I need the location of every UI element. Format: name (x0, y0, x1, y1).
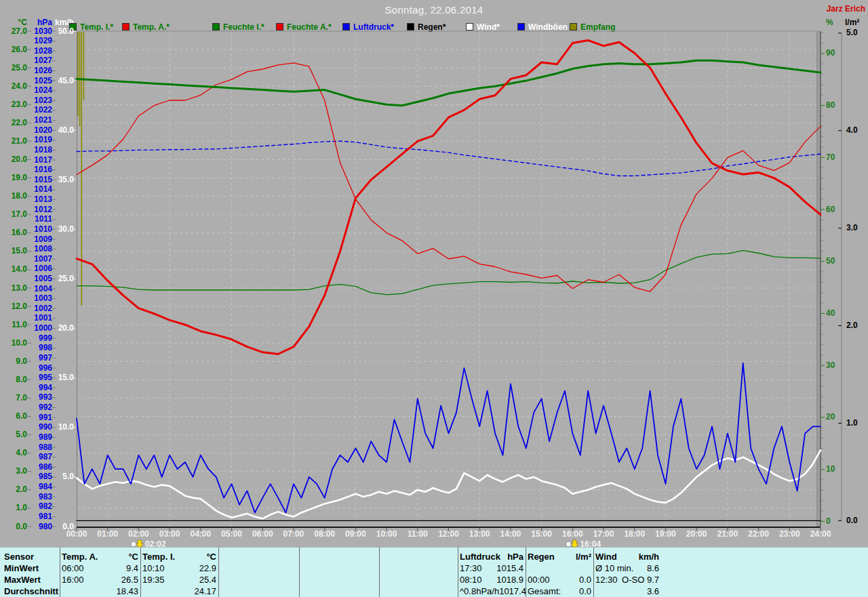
tick-label-pressure: 1017 (31, 155, 52, 165)
tick-label-temp: 15.0 (4, 246, 27, 256)
tick-label-temp: 0.0 (4, 522, 27, 532)
tick-label-time: 15:00 (528, 529, 555, 539)
tick-label-pressure: 1027 (31, 56, 52, 66)
tick-label-pressure: 1016 (31, 165, 52, 175)
tick-label-pressure: 985 (31, 472, 52, 482)
tick-label-temp: 24.0 (4, 81, 27, 91)
table-cell: hPa (507, 552, 524, 562)
tick-label-pressure: 1015 (31, 175, 52, 185)
tick-label-time: 20:00 (683, 529, 710, 539)
tick-label-temp: 21.0 (4, 136, 27, 146)
table-cell: 16:00 (62, 575, 84, 585)
tick-label-time: 09:00 (342, 529, 369, 539)
tick-label-temp: 20.0 (4, 155, 27, 165)
tick-label-pressure: 1020 (31, 125, 52, 136)
table-cell: 17:30 (460, 563, 482, 574)
tick-label-pressure: 993 (31, 392, 52, 403)
tick-label-time: 04:00 (187, 529, 214, 539)
tick-label-wind: 20.0 (55, 323, 74, 333)
tick-label-humidity: 30 (826, 361, 842, 371)
tick-label-pressure: 1009 (31, 234, 52, 245)
tick-label-pressure: 1012 (31, 205, 52, 215)
tick-label-humidity: 70 (826, 152, 842, 163)
tick-label-time: 06:00 (249, 529, 276, 539)
table-cell: 10:10 (142, 563, 165, 574)
tick-label-time: 14:00 (497, 529, 524, 539)
tick-label-pressure: 984 (31, 482, 52, 492)
tick-label-wind: 10.0 (55, 422, 74, 432)
tick-label-pressure: 1010 (31, 224, 52, 234)
tick-label-wind: 45.0 (55, 76, 74, 86)
tick-label-time: 23:00 (776, 529, 803, 539)
tick-label-pressure: 1011 (31, 214, 52, 224)
tick-label-time: 16:00 (559, 529, 586, 539)
tick-label-pressure: 994 (31, 383, 52, 393)
table-cell: °C (128, 552, 138, 562)
tick-label-pressure: 1002 (31, 304, 52, 314)
table-cell: ^0.8hPa/h (460, 586, 499, 597)
table-row-label: Sensor (4, 552, 57, 562)
tick-label-temp: 19.0 (4, 173, 27, 183)
table-cell: 00:00 (528, 575, 550, 585)
tick-label-time: 13:00 (466, 529, 493, 539)
summary-table: SensorMinWertMaxWertDurchschnittTemp. A.… (0, 548, 868, 597)
table-cell: 3.6 (647, 586, 659, 597)
tick-label-pressure: 996 (31, 363, 52, 373)
tick-label-pressure: 995 (31, 373, 52, 383)
tick-label-time: 00:00 (63, 529, 90, 539)
tick-label-pressure: 998 (31, 343, 52, 353)
tick-label-pressure: 1022 (31, 105, 52, 115)
table-cell: km/h (639, 552, 659, 562)
tick-label-temp: 10.0 (4, 338, 27, 348)
tick-label-temp: 4.0 (4, 448, 27, 458)
table-cell: 19:35 (142, 575, 165, 585)
tick-label-pressure: 992 (31, 403, 52, 413)
tick-label-temp: 17.0 (4, 209, 27, 220)
tick-label-time: 07:00 (280, 529, 307, 539)
tick-label-temp: 22.0 (4, 118, 27, 128)
tick-label-pressure: 989 (31, 432, 52, 442)
table-cell: 1017.4 (499, 586, 526, 597)
tick-label-temp: 23.0 (4, 100, 27, 110)
tick-label-temp: 25.0 (4, 63, 27, 73)
table-col-temp-a: Temp. A.°C06:009.416:0026.518.43 (60, 548, 140, 597)
table-cell: Ø 10 min. (595, 563, 633, 574)
tick-label-wind: 5.0 (55, 472, 74, 482)
tick-label-pressure: 987 (31, 452, 52, 462)
tick-label-pressure: 1021 (31, 115, 52, 125)
tick-label-pressure: 983 (31, 492, 52, 502)
tick-label-time: 01:00 (94, 529, 121, 539)
weather-app-window: Sonntag, 22.06.2014 Jarz Erich °C hPa km… (0, 0, 868, 597)
table-cell: 8.6 (647, 563, 659, 574)
tick-label-time: 12:00 (435, 529, 462, 539)
tick-label-temp: 1.0 (4, 503, 27, 513)
tick-label-pressure: 986 (31, 462, 52, 472)
tick-label-rain: 2.0 (846, 321, 867, 331)
table-cell: 0.0 (579, 586, 591, 597)
tick-label-pressure: 1008 (31, 244, 52, 254)
table-cell: °C (206, 552, 216, 562)
table-row-label: Durchschnitt (4, 586, 57, 597)
tick-label-temp: 3.0 (4, 466, 27, 476)
tick-label-pressure: 1006 (31, 264, 52, 274)
tick-label-pressure: 1030 (31, 26, 52, 37)
tick-label-temp: 5.0 (4, 430, 27, 440)
tick-label-pressure: 1003 (31, 293, 52, 304)
table-cell: O-SO 9.7 (622, 575, 659, 585)
tick-label-pressure: 980 (31, 522, 52, 532)
plot-area[interactable] (77, 31, 821, 527)
tick-label-pressure: 999 (31, 333, 52, 344)
table-row-label: MaxWert (4, 575, 57, 585)
tick-label-time: 17:00 (590, 529, 617, 539)
table-col-empty-1 (218, 548, 299, 597)
tick-label-wind: 15.0 (55, 373, 74, 383)
tick-label-pressure: 1026 (31, 66, 52, 76)
table-cell: 12:30 (595, 575, 618, 585)
tick-label-rain: 1.0 (846, 418, 867, 428)
tick-label-temp: 16.0 (4, 228, 27, 238)
tick-label-temp: 2.0 (4, 485, 27, 495)
tick-label-wind: 40.0 (55, 125, 74, 136)
table-cell: 18.43 (116, 586, 138, 597)
tick-label-wind: 35.0 (55, 175, 74, 185)
tick-label-temp: 7.0 (4, 393, 27, 403)
